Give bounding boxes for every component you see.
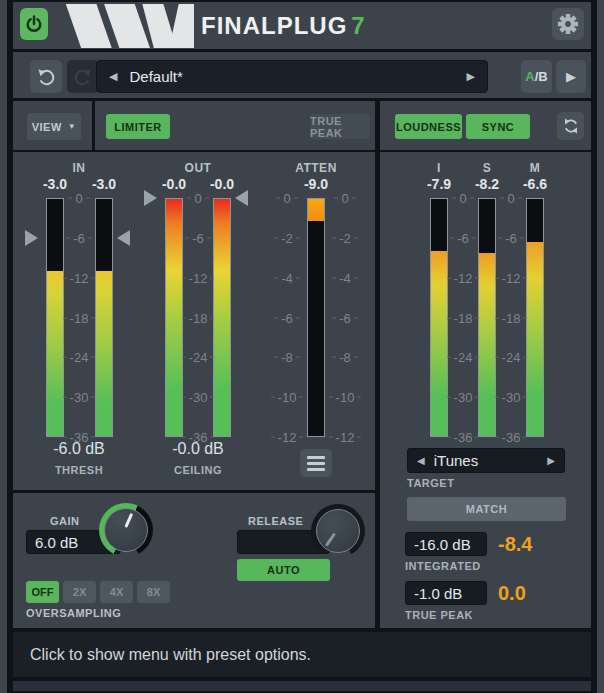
scale-tick: -12 (493, 270, 529, 285)
scale-tick: -12 (269, 430, 305, 445)
scale-tick: -24 (445, 350, 481, 365)
threshold-marker-right[interactable] (117, 230, 130, 246)
scale-tick: -12 (445, 270, 481, 285)
refresh-button[interactable] (557, 112, 584, 140)
oversampling-4x-button[interactable]: 4X (100, 581, 133, 603)
loudness-toggle[interactable]: LOUDNESS (395, 114, 462, 139)
scale-tick: -18 (61, 310, 97, 325)
limiter-section: LIMITER TRUE PEAK (95, 101, 375, 150)
scale-tick: -30 (180, 390, 216, 405)
title-name: FINALPLUG (201, 12, 347, 39)
scale-tick: -24 (493, 350, 529, 365)
preset-prev-icon[interactable]: ◀ (97, 70, 129, 83)
threshold-marker-left[interactable] (25, 230, 38, 246)
scale-tick: 0 (180, 191, 216, 206)
scale-tick: -10 (269, 390, 305, 405)
ceiling-marker-left[interactable] (144, 190, 157, 206)
target-next-icon[interactable]: ▶ (538, 455, 564, 466)
ceiling-value[interactable]: -0.0 dB (158, 440, 238, 458)
meters-panel: IN -3.0 -3.0 0-6-12-18-24-30-36 -6.0 dB … (13, 152, 375, 490)
power-button[interactable] (20, 8, 48, 40)
status-text: Click to show menu with preset options. (30, 646, 311, 664)
brand-logo (58, 4, 198, 48)
atten-scale-right: 0-2-4-6-8-10-12 (327, 198, 363, 437)
match-button[interactable]: MATCH (407, 497, 566, 521)
scale-tick: -6 (445, 230, 481, 245)
page-title: FINALPLUG7 (201, 12, 366, 40)
oversampling-options: OFF2X4X8X (26, 581, 170, 603)
controls-panel: GAIN 6.0 dB RELEASE AUTO OFF2X4X8X OVERS… (13, 493, 375, 628)
integrated-input[interactable]: -16.0 dB (405, 532, 487, 556)
view-section: VIEW ▼ (13, 101, 92, 150)
scale-tick: -18 (445, 310, 481, 325)
preset-selector[interactable]: ◀ Default* ▶ (96, 60, 488, 93)
sm-scale: 0-6-12-18-24-30-36 (493, 198, 529, 437)
auto-release-toggle[interactable]: AUTO (237, 559, 330, 581)
atten-meter-fill (308, 199, 324, 221)
scale-tick: -12 (180, 270, 216, 285)
sync-toggle[interactable]: SYNC (466, 114, 530, 139)
m-meter-fill (527, 242, 543, 436)
resize-strip[interactable] (13, 681, 591, 691)
oversampling-8x-button[interactable]: 8X (137, 581, 170, 603)
scale-tick: -30 (61, 390, 97, 405)
atten-scale-left: 0-2-4-6-8-10-12 (269, 198, 305, 437)
loudness-section-toolbar: LOUDNESS SYNC (380, 101, 591, 150)
title-version: 7 (351, 12, 365, 39)
true-peak-toggle[interactable]: TRUE PEAK (310, 114, 370, 139)
scale-tick: -18 (180, 310, 216, 325)
scale-tick: -24 (61, 350, 97, 365)
scale-tick: -6 (180, 230, 216, 245)
in-meter-scale: 0-6-12-18-24-30-36 (61, 198, 97, 437)
true-peak-input[interactable]: -1.0 dB (405, 581, 487, 605)
limiter-toggle[interactable]: LIMITER (106, 114, 170, 139)
chevron-down-icon: ▼ (68, 122, 76, 131)
true-peak-label: TRUE PEAK (405, 609, 473, 621)
scale-tick: -2 (327, 230, 363, 245)
scale-tick: 0 (327, 191, 363, 206)
atten-meter-label: ATTEN (286, 161, 346, 175)
header-bar: FINALPLUG7 (13, 2, 591, 49)
scale-tick: -6 (493, 230, 529, 245)
ceiling-label: CEILING (158, 464, 238, 476)
view-label: VIEW (32, 121, 62, 133)
target-label: TARGET (407, 477, 454, 489)
in-meter-right-fill (96, 271, 112, 436)
status-bar[interactable]: Click to show menu with preset options. (13, 632, 591, 677)
scale-tick: 0 (493, 191, 529, 206)
preset-play-button[interactable]: ▶ (556, 60, 586, 93)
thresh-value[interactable]: -6.0 dB (39, 440, 119, 458)
oversampling-2x-button[interactable]: 2X (63, 581, 96, 603)
release-knob[interactable] (311, 504, 365, 558)
oversampling-off-button[interactable]: OFF (26, 581, 59, 603)
scale-tick: -36 (493, 430, 529, 445)
ab-compare-button[interactable]: A/B (521, 60, 552, 93)
target-selector[interactable]: ◀ iTunes ▶ (407, 448, 565, 473)
scale-tick: -6 (327, 310, 363, 325)
gain-knob[interactable] (99, 503, 153, 557)
view-dropdown[interactable]: VIEW ▼ (27, 113, 81, 140)
atten-menu-button[interactable] (300, 449, 332, 477)
scale-tick: -6 (61, 230, 97, 245)
scale-tick: -30 (445, 390, 481, 405)
thresh-label: THRESH (39, 464, 119, 476)
preset-next-icon[interactable]: ▶ (455, 70, 487, 83)
integrated-readout: -8.4 (498, 533, 532, 556)
scale-tick: 0 (269, 191, 305, 206)
ceiling-marker-right[interactable] (235, 190, 248, 206)
is-scale: 0-6-12-18-24-30-36 (445, 198, 481, 437)
target-prev-icon[interactable]: ◀ (408, 455, 434, 466)
scale-tick: 0 (61, 191, 97, 206)
gear-icon (557, 13, 579, 35)
play-icon: ▶ (566, 69, 576, 84)
loudness-panel: I S M -7.9 -8.2 -6.6 0-6-12-18-24-30-36 … (380, 152, 591, 628)
settings-button[interactable] (552, 8, 584, 40)
redo-button[interactable] (67, 60, 99, 93)
undo-button[interactable] (30, 60, 62, 93)
power-icon (25, 14, 43, 34)
ab-label-a: A (525, 69, 534, 84)
cycle-icon (562, 117, 580, 135)
scale-tick: -36 (445, 430, 481, 445)
scale-tick: -10 (327, 390, 363, 405)
release-label: RELEASE (248, 515, 303, 527)
